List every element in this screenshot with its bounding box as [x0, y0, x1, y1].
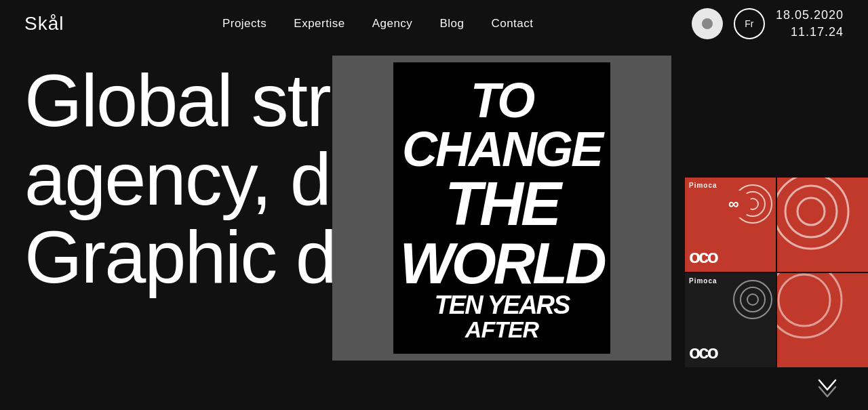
site-logo[interactable]: Skål [24, 13, 64, 35]
svg-point-7 [797, 198, 825, 225]
poster-line-the: THE [445, 173, 559, 234]
thumb-pimoca-label-1: Pimoca [689, 182, 717, 189]
thumb-pimoca-red-2[interactable] [777, 178, 868, 272]
date-display: 18.05.2020 [776, 7, 844, 24]
thumb-pimoca-label-2: Pimoca [689, 277, 717, 285]
thumb-oco-1: oco [689, 246, 717, 268]
scroll-down-button[interactable] [814, 372, 841, 399]
nav-expertise[interactable]: Expertise [294, 17, 344, 30]
pimoca-rings-svg-3 [719, 276, 773, 323]
pimoca-rings-svg-1: ∞ [719, 180, 773, 228]
nav-projects[interactable]: Projects [222, 17, 267, 30]
poster-line-ten-years: TEN YEARS [435, 292, 570, 318]
poster-line-after: AFTER [465, 318, 538, 341]
chevron-down-icon [814, 372, 841, 399]
svg-point-6 [785, 186, 837, 237]
svg-text:∞: ∞ [728, 195, 739, 212]
svg-point-11 [777, 273, 842, 337]
nav-blog[interactable]: Blog [439, 17, 464, 30]
language-button[interactable]: Fr [734, 8, 765, 39]
svg-point-9 [741, 287, 765, 312]
pimoca-rings-svg-4 [777, 273, 852, 348]
pimoca-rings-svg-2 [777, 178, 859, 259]
thumb-oco-2: oco [689, 342, 717, 363]
nav-contact[interactable]: Contact [491, 17, 533, 30]
time-display: 11.17.24 [776, 24, 844, 41]
svg-point-8 [734, 281, 772, 319]
poster-line-to: TO [471, 76, 534, 125]
nav-agency[interactable]: Agency [372, 17, 413, 30]
site-header: Skål Projects Expertise Agency Blog Cont… [0, 0, 868, 47]
main-nav: Projects Expertise Agency Blog Contact [222, 17, 534, 30]
header-right: Fr 18.05.2020 11.17.24 [692, 7, 844, 41]
theme-toggle-button[interactable] [692, 8, 723, 39]
thumb-pimoca-dark-1[interactable]: Pimoca oco [685, 273, 776, 367]
poster-line-world: WORLD [399, 234, 604, 292]
thumb-pimoca-cut[interactable] [777, 273, 868, 367]
featured-poster-card[interactable]: TO CHANGE THE WORLD TEN YEARS AFTER [332, 56, 671, 361]
svg-point-10 [747, 294, 758, 305]
date-time-display: 18.05.2020 11.17.24 [776, 7, 844, 41]
svg-point-12 [778, 274, 830, 326]
poster-inner: TO CHANGE THE WORLD TEN YEARS AFTER [393, 62, 610, 354]
thumb-pimoca-red-1[interactable]: Pimoca ∞ oco [685, 178, 776, 272]
thumbnail-grid: Pimoca ∞ oco Pimoca oco [685, 178, 868, 367]
poster-text-block: TO CHANGE THE WORLD TEN YEARS AFTER [393, 62, 610, 354]
circle-icon [702, 18, 713, 29]
poster-line-change: CHANGE [402, 125, 601, 173]
